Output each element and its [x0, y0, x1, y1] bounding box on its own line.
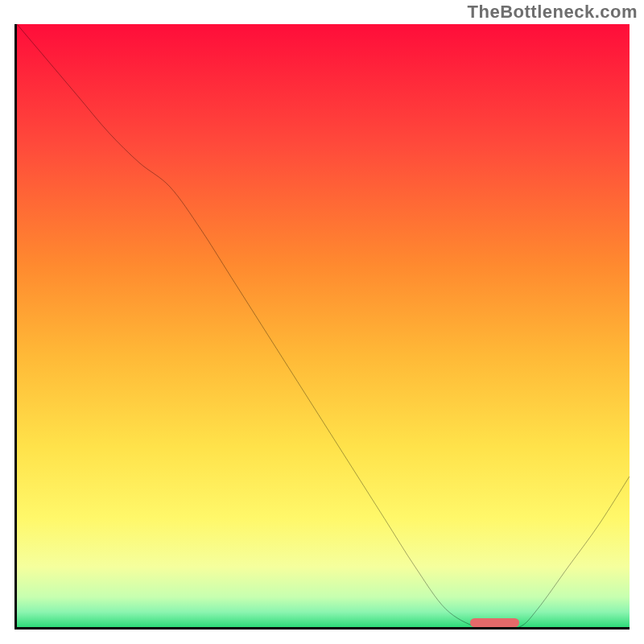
plot-area	[14, 24, 630, 630]
optimum-marker	[470, 618, 519, 627]
bottleneck-curve	[17, 24, 630, 627]
chart-frame: TheBottleneck.com	[0, 0, 644, 644]
watermark-text: TheBottleneck.com	[468, 2, 638, 23]
